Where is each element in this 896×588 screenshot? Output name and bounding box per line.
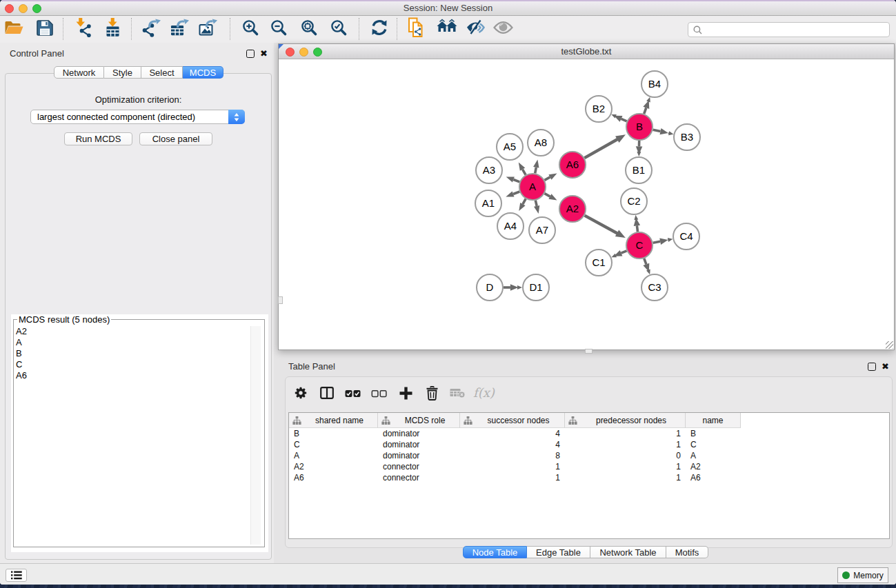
split-panel-button[interactable] [315,385,339,403]
search-input[interactable] [688,22,890,37]
duplicate-network-button[interactable] [407,19,427,39]
dropdown-value: largest connected component (directed) [37,112,195,122]
optimization-criterion-select[interactable]: largest connected component (directed) [30,110,245,124]
result-item[interactable]: B [16,348,27,359]
column-header-name[interactable]: name [686,413,741,428]
tab-style[interactable]: Style [104,66,141,79]
float-panel-icon[interactable] [246,50,255,58]
table-row[interactable]: Bdominator41B [289,428,889,439]
import-table-button[interactable] [104,19,123,39]
table-row[interactable]: A6connector11A6 [289,472,889,483]
result-item[interactable]: A [16,337,27,348]
show-selected-button[interactable] [493,19,513,39]
toolbar-separator [131,18,132,40]
tab-edge-table[interactable]: Edge Table [527,546,590,558]
create-column-icon [399,387,412,403]
create-column-button[interactable] [393,385,418,403]
zoom-out-icon [270,19,288,40]
task-history-button[interactable] [6,569,27,582]
export-network-button[interactable] [142,19,162,39]
zoom-fit-button[interactable] [300,19,319,39]
column-header-shared-name[interactable]: shared name [289,413,378,428]
open-session-button[interactable] [4,19,24,39]
result-item[interactable]: C [16,359,27,370]
node-label: B4 [648,78,661,90]
zoom-selected-button[interactable] [330,19,348,39]
tab-mcds[interactable]: MCDS [183,66,223,79]
delete-columns-button[interactable] [419,385,444,403]
node-label: D [486,281,494,293]
memory-label: Memory [853,571,883,580]
cell-name: A6 [686,473,741,483]
cell-predecessor-nodes: 0 [565,451,686,460]
export-image-button[interactable] [199,19,219,39]
float-table-panel-icon[interactable] [868,363,876,371]
resize-grip-icon[interactable] [886,341,893,349]
node-label: A5 [504,141,516,152]
network-window-titlebar[interactable]: testGlobe.txt [279,44,894,59]
close-table-panel-icon[interactable]: ✖ [882,363,889,370]
cell-MCDS-role: dominator [378,440,460,449]
table-row[interactable]: Adominator80A [289,450,889,461]
tab-node-table[interactable]: Node Table [463,546,527,558]
delete-table-icon [450,387,466,401]
zoom-selected-icon [330,19,348,40]
node-label: C4 [679,230,693,242]
export-table-button[interactable] [170,19,190,39]
cell-shared-name: A2 [289,462,378,472]
table-panel-container: f(x) shared name MCDS role successor nod… [285,376,893,548]
close-panel-icon[interactable]: ✖ [260,50,268,57]
select-all-rows-button[interactable] [341,385,366,403]
zoom-in-button[interactable] [241,19,260,39]
zoom-in-icon [241,19,260,40]
node-label: A6 [566,159,579,170]
main-toolbar [0,16,896,43]
table-row[interactable]: A2connector11A2 [289,461,889,472]
node-label: C2 [627,195,640,207]
node-label: B [636,121,643,132]
tab-network[interactable]: Network [54,66,104,79]
apply-layout-button[interactable] [370,19,388,39]
hide-selected-icon [466,19,486,39]
zoom-out-button[interactable] [270,19,288,39]
column-header-successor-nodes[interactable]: successor nodes [460,413,565,428]
node-label: B3 [681,131,693,143]
column-header-predecessor-nodes[interactable]: predecessor nodes [565,413,686,428]
result-item[interactable]: A2 [16,326,27,337]
cell-shared-name: B [289,429,378,438]
table-options-button[interactable] [288,385,313,403]
show-all-networks-button[interactable] [437,19,458,39]
function-builder-button[interactable]: f(x) [471,385,496,403]
save-session-button[interactable] [36,19,54,39]
column-type-icon [381,416,390,425]
node-label: A7 [536,224,548,236]
table-row[interactable]: Cdominator41C [289,439,889,450]
network-view-window: testGlobe.txt AA6A2BCA5A8A3A1A4A7B4B2B3B… [278,43,895,350]
result-scrollbar[interactable] [250,326,261,545]
network-canvas[interactable]: AA6A2BCA5A8A3A1A4A7B4B2B3B1C2C4C1C3DD1 [279,59,894,349]
window-title: Session: New Session [0,3,896,13]
node-label: B1 [633,164,645,176]
close-panel-button[interactable]: Close panel [139,132,212,145]
vertical-scroll-nub[interactable] [278,296,283,304]
tab-select[interactable]: Select [141,66,183,79]
result-item[interactable]: A6 [16,370,27,381]
horizontal-scroll-nub[interactable] [585,349,593,354]
import-network-button[interactable] [74,19,92,39]
toolbar-separator [230,18,230,40]
tab-motifs[interactable]: Motifs [666,546,708,558]
tab-network-table[interactable]: Network Table [590,546,666,558]
cell-name: B [686,429,741,438]
mcds-result-group: MCDS result (5 nodes) A2ABCA6 [11,314,268,552]
table-panel-title: Table Panel [288,361,335,372]
cell-shared-name: A [289,451,378,460]
deselect-all-rows-button[interactable] [367,385,392,403]
show-selected-icon [493,20,513,38]
memory-button[interactable]: Memory [837,567,888,583]
column-header-MCDS-role[interactable]: MCDS role [378,413,460,428]
mcds-result-list[interactable]: A2ABCA6 [16,326,27,381]
delete-table-button[interactable] [445,385,470,403]
hide-selected-button[interactable] [466,19,486,39]
node-label: C3 [648,281,661,293]
run-mcds-button[interactable]: Run MCDS [64,132,132,145]
